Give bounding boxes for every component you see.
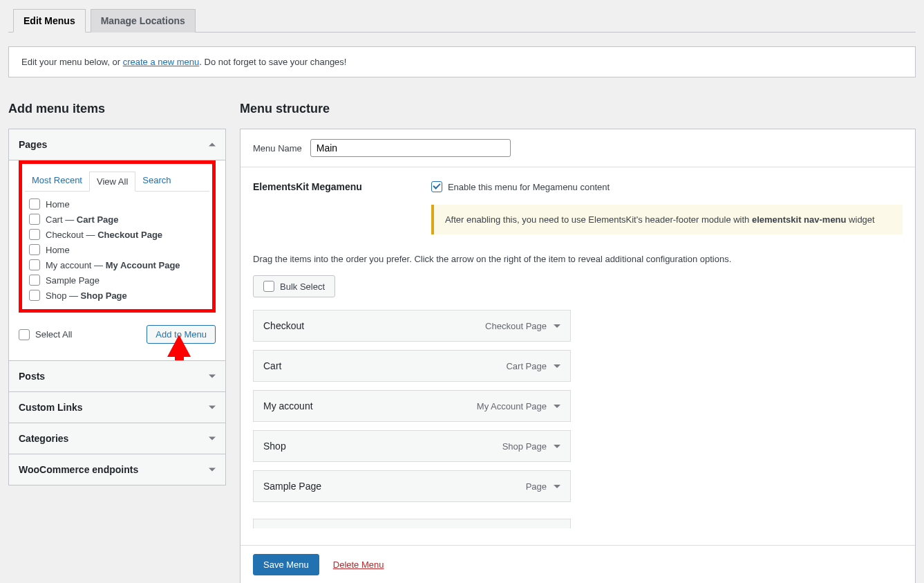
menu-item-type: Shop Page	[502, 441, 547, 452]
megamenu-notice-bold: elementskit nav-menu	[752, 214, 847, 225]
chevron-down-icon	[209, 437, 216, 441]
inner-tab-search[interactable]: Search	[135, 171, 178, 191]
menu-item-title: Checkout	[263, 320, 485, 331]
accordion-title-categories-label: Categories	[19, 433, 68, 444]
select-all-label: Select All	[35, 329, 72, 340]
page-item-label: Cart — Cart Page	[46, 214, 119, 225]
page-item-label: Home	[46, 245, 70, 255]
bulk-select-checkbox[interactable]	[263, 281, 274, 292]
page-item-checkbox[interactable]	[29, 214, 40, 225]
add-items-heading: Add menu items	[8, 102, 226, 116]
footer-bar: Save Menu Delete Menu	[241, 545, 915, 583]
menu-item-title: Cart	[263, 360, 506, 371]
menu-item-type: Checkout Page	[485, 321, 547, 331]
accordion-title-custom-links[interactable]: Custom Links	[9, 391, 225, 423]
notice-suffix: . Do not forget to save your changes!	[199, 57, 346, 67]
add-to-menu-button[interactable]: Add to Menu	[147, 325, 216, 344]
notice-prefix: Edit your menu below, or	[21, 57, 123, 67]
page-item[interactable]: Sample Page	[26, 275, 208, 286]
accordion-title-posts-label: Posts	[19, 371, 45, 382]
enable-megamenu-label: Enable this menu for Megamenu content	[448, 182, 610, 192]
save-menu-button[interactable]: Save Menu	[253, 554, 319, 575]
menu-item-title: Shop	[263, 441, 502, 452]
menu-name-input[interactable]	[310, 139, 511, 157]
menu-item-cut	[253, 519, 571, 528]
page-item[interactable]: My account — My Account Page	[26, 259, 208, 270]
menu-item[interactable]: ShopShop Page	[253, 430, 571, 462]
megamenu-notice-suffix: widget	[847, 214, 875, 225]
accordion-title-posts[interactable]: Posts	[9, 360, 225, 391]
nav-tab-wrapper: Edit Menus Manage Locations	[8, 8, 916, 33]
page-item-label: My account — My Account Page	[46, 260, 180, 270]
highlight-box: Most Recent View All Search HomeCart — C…	[19, 160, 216, 313]
accordion-title-pages[interactable]: Pages	[9, 129, 225, 160]
chevron-down-icon	[209, 375, 216, 378]
accordion-container: Pages Most Recent View All Search HomeCa…	[8, 129, 226, 485]
chevron-down-icon	[209, 468, 216, 472]
accordion-title-woo-label: WooCommerce endpoints	[19, 464, 138, 475]
page-item-checkbox[interactable]	[29, 229, 40, 240]
menu-item-type: My Account Page	[477, 401, 547, 411]
page-item[interactable]: Home	[26, 198, 208, 210]
page-item-checkbox[interactable]	[29, 244, 40, 255]
chevron-down-icon[interactable]	[554, 405, 560, 408]
menu-item[interactable]: Sample PagePage	[253, 470, 571, 502]
notice-bar: Edit your menu below, or create a new me…	[8, 46, 916, 77]
menu-item[interactable]: My accountMy Account Page	[253, 390, 571, 422]
menu-edit-panel: Menu Name ElementsKit Megamenu Enable th…	[240, 129, 916, 583]
menu-item-title: My account	[263, 400, 477, 411]
menu-name-label: Menu Name	[253, 143, 302, 154]
page-item-label: Checkout — Checkout Page	[46, 230, 162, 240]
delete-menu-link[interactable]: Delete Menu	[333, 559, 384, 570]
inner-tab-most-recent[interactable]: Most Recent	[25, 171, 89, 191]
megamenu-notice: After enabling this, you need to use Ele…	[431, 205, 903, 234]
tab-edit-menus[interactable]: Edit Menus	[13, 9, 86, 33]
page-item-checkbox[interactable]	[29, 290, 40, 301]
page-item[interactable]: Shop — Shop Page	[26, 290, 208, 301]
menu-structure-column: Menu structure Menu Name ElementsKit Meg…	[240, 102, 916, 583]
chevron-down-icon[interactable]	[554, 324, 560, 328]
page-item-label: Sample Page	[46, 275, 100, 286]
accordion-title-custom-links-label: Custom Links	[19, 402, 83, 413]
enable-megamenu-checkbox[interactable]	[431, 181, 442, 192]
page-item-label: Shop — Shop Page	[46, 290, 127, 301]
megamenu-label: ElementsKit Megamenu	[253, 181, 362, 192]
chevron-down-icon[interactable]	[554, 445, 560, 448]
accordion-title-pages-label: Pages	[19, 139, 47, 150]
menu-item-type: Cart Page	[506, 361, 547, 371]
drag-description: Drag the items into the order you prefer…	[241, 248, 915, 275]
tab-manage-locations[interactable]: Manage Locations	[91, 9, 196, 33]
inner-tab-view-all[interactable]: View All	[89, 172, 135, 192]
menu-items-list: CheckoutCheckout PageCartCart PageMy acc…	[241, 310, 915, 519]
chevron-up-icon	[209, 143, 216, 147]
page-item-checkbox[interactable]	[29, 275, 40, 286]
add-menu-items-column: Add menu items Pages Most Recent View Al…	[8, 102, 226, 583]
page-item[interactable]: Home	[26, 244, 208, 255]
accordion-section-pages: Pages Most Recent View All Search HomeCa…	[9, 129, 225, 360]
accordion-title-woo[interactable]: WooCommerce endpoints	[9, 454, 225, 485]
chevron-down-icon[interactable]	[554, 364, 560, 368]
chevron-down-icon[interactable]	[554, 485, 560, 488]
page-item[interactable]: Checkout — Checkout Page	[26, 229, 208, 240]
menu-item[interactable]: CheckoutCheckout Page	[253, 310, 571, 342]
menu-item[interactable]: CartCart Page	[253, 350, 571, 382]
page-item-label: Home	[46, 199, 70, 210]
menu-item-type: Page	[526, 481, 547, 492]
create-new-menu-link[interactable]: create a new menu	[123, 57, 200, 67]
accordion-title-categories[interactable]: Categories	[9, 423, 225, 454]
pages-list: HomeCart — Cart PageCheckout — Checkout …	[26, 198, 208, 301]
menu-structure-heading: Menu structure	[240, 102, 916, 116]
page-item[interactable]: Cart — Cart Page	[26, 214, 208, 225]
page-item-checkbox[interactable]	[29, 198, 40, 210]
bulk-select-label: Bulk Select	[280, 281, 325, 292]
page-item-checkbox[interactable]	[29, 259, 40, 270]
chevron-down-icon	[209, 406, 216, 409]
select-all-checkbox[interactable]	[19, 329, 30, 340]
menu-item-title: Sample Page	[263, 481, 526, 492]
megamenu-notice-prefix: After enabling this, you need to use Ele…	[445, 214, 752, 225]
